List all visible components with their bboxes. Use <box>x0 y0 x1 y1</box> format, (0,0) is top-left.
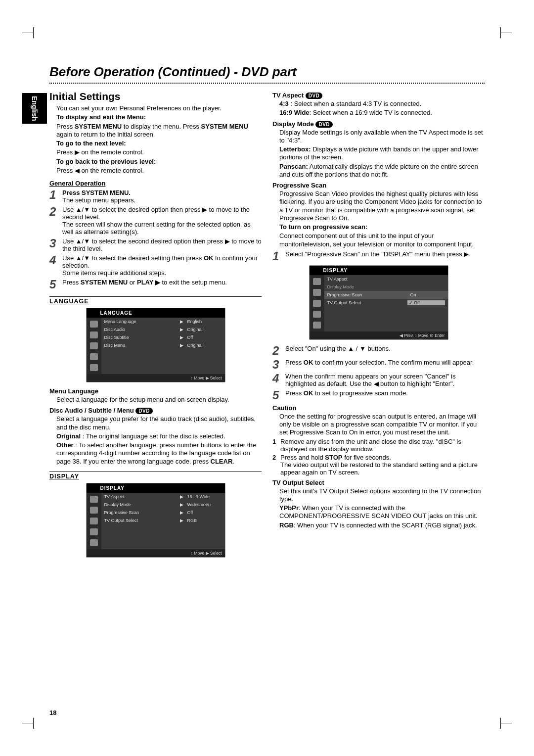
osd-title: DISPLAY <box>310 266 448 275</box>
step-num: 1 <box>272 250 282 262</box>
disc-audio-heading: Disc Audio / Subtitle / Menu <box>49 407 134 414</box>
crop-mark <box>22 723 33 723</box>
step-num: 3 <box>49 237 59 252</box>
display-mode-panscan: Panscan: Automatically displays the wide… <box>279 163 485 179</box>
osd-icon-strip <box>87 318 101 374</box>
step-num: 2 <box>49 206 59 236</box>
to-display-body: Press SYSTEM MENU to display the menu. P… <box>56 123 262 139</box>
caution-step-body: Remove any disc from the unit and close … <box>280 438 485 453</box>
osd-display-2: DISPLAY TV Aspect Display Mode Progressi… <box>309 265 448 340</box>
step-body: Use ▲/▼ to select the desired setting th… <box>62 254 262 277</box>
osd-label: Disc Subtitle <box>104 335 177 340</box>
osd-footer: ↕ Move ▶ Select <box>87 374 225 382</box>
osd-icon-strip <box>310 275 324 331</box>
to-prev-label: To go back to the previous level: <box>56 158 156 165</box>
step-body: Use ▲/▼ to select the desired option the… <box>62 206 262 236</box>
osd-title: LANGUAGE <box>87 308 225 318</box>
osd-label: Progressive Scan <box>104 510 177 515</box>
osd-label: TV Aspect <box>104 494 177 499</box>
osd-value: 16 : 9 Wide <box>187 494 222 499</box>
language-tab: English <box>22 93 47 124</box>
osd-display-1: DISPLAY TV Aspect▶16 : 9 Wide Display Mo… <box>86 483 225 558</box>
intro-text: You can set your own Personal Preference… <box>56 104 262 112</box>
osd-value: Original <box>187 327 222 332</box>
osd-label: Progressive Scan <box>327 292 407 297</box>
crop-mark <box>22 33 33 33</box>
osd-footer: ◀ Prev. ↕ Move ⊙ Enter <box>310 331 448 339</box>
step-num: 3 <box>272 359 282 371</box>
right-column: TV Aspect DVD 4:3 : Select when a standa… <box>272 89 485 563</box>
step-body: Select "On" using the ▲ / ▼ buttons. <box>285 345 485 357</box>
osd-value: Off <box>187 335 222 340</box>
crop-mark <box>501 723 512 723</box>
caution-heading: Caution <box>272 404 296 412</box>
step-num: 4 <box>49 254 59 277</box>
to-prev-body: Press ◀ on the remote control. <box>56 167 262 175</box>
osd-language: LANGUAGE Menu Language▶English Disc Audi… <box>86 308 225 382</box>
crop-mark <box>501 33 512 33</box>
turn-on-label: To turn on progressive scan: <box>279 223 367 231</box>
tv-output-ypbpr: YPbPr: When your TV is connected with th… <box>279 504 485 520</box>
step-body: Press OK to confirm your selection. The … <box>285 359 485 371</box>
progressive-scan-heading: Progressive Scan <box>272 182 326 189</box>
step-num: 4 <box>272 373 282 387</box>
osd-value: ✓ Off <box>407 300 445 305</box>
turn-on-body: Connect component out of this unit to th… <box>279 232 485 248</box>
step-body: Press SYSTEM MENU or PLAY ▶ to exit the … <box>62 279 262 290</box>
osd-label: Menu Language <box>104 319 177 324</box>
step-num: 5 <box>49 279 59 290</box>
osd-label: TV Output Select <box>104 518 177 523</box>
caution-step-num: 2 <box>272 454 277 476</box>
to-next-label: To go to the next level: <box>56 140 126 147</box>
caution-step-num: 1 <box>272 438 277 453</box>
disc-audio-body: Select a language you prefer for the aud… <box>56 415 262 431</box>
step-body: Select "Progressive Scan" on the "DISPLA… <box>285 250 485 262</box>
step-num: 5 <box>272 389 282 401</box>
display-mode-body: Display Mode settings is only available … <box>279 129 485 145</box>
display-section-heading: DISPLAY <box>49 472 262 480</box>
dvd-badge: DVD <box>315 121 333 128</box>
osd-label: TV Output Select <box>327 300 404 305</box>
osd-value: Original <box>187 343 222 348</box>
crop-mark <box>500 27 501 38</box>
crop-mark <box>33 718 34 729</box>
tv-output-body: Set this unit's TV Output Select options… <box>279 487 485 504</box>
tv-output-rgb: RGB: When your TV is connected with the … <box>279 521 485 529</box>
initial-settings-heading: Initial Settings <box>49 91 262 102</box>
tv-aspect-169: 16:9 Wide: Select when a 16:9 wide TV is… <box>279 109 485 117</box>
general-operation-heading: General Operation <box>49 180 262 187</box>
osd-title: DISPLAY <box>87 483 225 493</box>
dvd-badge: DVD <box>306 93 323 99</box>
step-num: 2 <box>272 345 282 357</box>
step-body: Press SYSTEM MENU.The setup menu appears… <box>62 189 262 204</box>
osd-label: TV Aspect <box>327 277 407 282</box>
osd-icon-strip <box>87 493 101 549</box>
menu-language-body: Select a language for the setup menu and… <box>49 396 262 404</box>
to-display-label: To display and exit the Menu: <box>56 113 146 121</box>
osd-value: RGB <box>187 518 222 523</box>
crop-mark <box>33 27 34 38</box>
caution-step-body: Press and hold STOP for five seconds.The… <box>280 454 485 476</box>
osd-label: Disc Audio <box>104 327 177 332</box>
language-section-heading: LANGUAGE <box>49 296 262 305</box>
left-column: Initial Settings You can set your own Pe… <box>49 89 262 563</box>
step-body: Use ▲/▼ to select the second desired opt… <box>62 237 262 252</box>
menu-language-heading: Menu Language <box>49 387 98 395</box>
crop-mark <box>500 718 501 729</box>
disc-audio-other: Other : To select another language, pres… <box>56 441 262 466</box>
osd-label: Display Mode <box>327 284 407 289</box>
osd-label: Display Mode <box>104 502 177 507</box>
osd-value: On <box>410 292 445 297</box>
step-num: 1 <box>49 189 59 204</box>
progressive-scan-body: Progressive Scan Video provides the high… <box>279 190 485 222</box>
to-next-body: Press ▶ on the remote control. <box>56 148 262 156</box>
tv-aspect-heading: TV Aspect <box>272 92 304 99</box>
tv-output-heading: TV Output Select <box>272 479 324 486</box>
caution-body: Once the setting for progressive scan ou… <box>279 413 485 437</box>
osd-value: Off <box>187 510 222 515</box>
osd-label: Disc Menu <box>104 343 177 348</box>
display-mode-letterbox: Letterbox: Displays a wide picture with … <box>279 145 485 162</box>
dvd-badge: DVD <box>135 408 153 414</box>
display-mode-heading: Display Mode <box>272 120 314 128</box>
page-title: Before Operation (Continued) - DVD part <box>49 64 485 84</box>
